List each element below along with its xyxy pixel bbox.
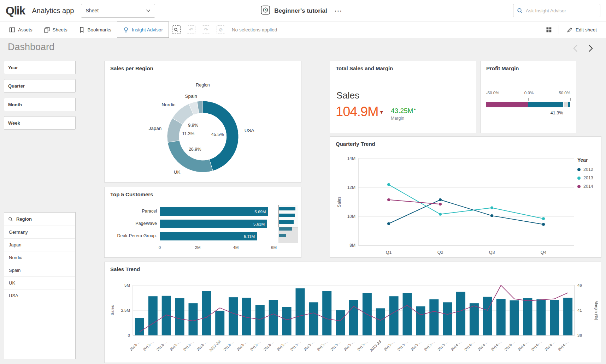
gauge-tick-label: 50.0% [559,91,570,95]
chart-top-5-customers[interactable]: Top 5 Customers 02M4M6MParacel5.69MPageW… [104,187,301,258]
bar-value-label: 5.69M [254,210,268,214]
next-sheet-button[interactable] [586,44,595,53]
search-input[interactable] [526,8,596,13]
chart-minimap[interactable] [278,205,298,243]
data-point[interactable] [542,217,545,220]
app-objects-button[interactable] [542,22,557,38]
sheet-selector-dropdown[interactable]: Sheet [81,4,155,18]
sales-bar[interactable] [496,299,506,335]
more-options-button[interactable]: ⋯ [331,6,346,16]
sales-bar[interactable] [296,288,305,336]
insight-advisor-button[interactable]: Insight Advisor [117,22,169,38]
sales-bar[interactable] [416,306,425,335]
donut-slice-uk[interactable] [167,141,213,172]
bar-pagewave[interactable]: 5.63M [160,220,267,228]
line-series-2014[interactable] [389,200,440,204]
smart-search-button[interactable] [169,22,184,38]
insight-advisor-search[interactable] [513,4,600,17]
sheet-clock-icon[interactable] [260,5,270,16]
data-point[interactable] [387,222,390,225]
chart-sales-trend[interactable]: Sales Trend 0362.5M415M46SalesMargin (%)… [104,262,601,363]
legend-item-2014[interactable]: 2014 [577,184,593,189]
clear-selections-button[interactable]: ⊘ [213,22,228,38]
previous-sheet-button[interactable] [571,44,580,53]
kpi-total-sales-and-margin[interactable]: Total Sales and Margin Sales 104.9M▾ 43.… [330,61,476,133]
bar-paracel[interactable]: 5.69M [160,207,268,216]
minimap-viewport[interactable] [278,205,298,227]
chart-sales-per-region[interactable]: Sales per Region 45.5%USA26.9%UK11.3%Jap… [104,61,301,183]
sales-bar[interactable] [148,296,158,335]
chart-quarterly-trend[interactable]: Quarterly Trend 8M10M12M14MSalesQ1Q2Q3Q4… [330,136,601,258]
sales-bar[interactable] [215,311,224,335]
sales-bar[interactable] [510,300,519,335]
sales-bar[interactable] [282,307,292,335]
region-listbox-header[interactable]: Region [4,213,75,226]
slice-percent-label: 26.9% [189,147,201,152]
sales-bar[interactable] [202,291,211,335]
sales-bar[interactable] [189,303,198,335]
data-point[interactable] [439,213,442,216]
sales-bar[interactable] [309,302,318,335]
sheet-toolbar: Assets Sheets Bookmarks Insight Advisor … [0,22,606,38]
sales-bar[interactable] [470,303,479,335]
x-tick-label: 2014-… [463,339,476,352]
step-forward-button[interactable]: ↷ [199,22,213,38]
filter-month[interactable]: Month [4,98,76,111]
sales-bar[interactable] [336,310,345,335]
filter-week[interactable]: Week [4,116,76,130]
sales-bar[interactable] [229,297,238,335]
assets-button[interactable]: Assets [4,22,38,38]
sales-bar[interactable] [523,298,532,335]
sales-bar[interactable] [269,300,278,335]
sales-bar[interactable] [376,308,385,335]
data-point[interactable] [542,223,545,226]
sales-bar[interactable] [322,291,331,335]
data-point[interactable] [439,203,442,205]
axis-tick-label: 0 [159,245,161,250]
data-point[interactable] [387,198,390,201]
data-point[interactable] [490,214,493,217]
sales-bar[interactable] [443,302,452,335]
chart-title: Sales Trend [110,266,140,272]
sales-bar[interactable] [135,318,144,335]
filter-quarter[interactable]: Quarter [4,79,76,93]
sales-bar[interactable] [483,297,492,335]
x-tick-label: 2014-… [517,339,529,352]
sales-bar[interactable] [349,300,358,335]
sheet-canvas: Dashboard Year Quarter Month Week Region… [0,38,606,364]
sales-bar[interactable] [563,298,572,336]
edit-sheet-button[interactable]: Edit sheet [561,22,602,38]
legend-item-2013[interactable]: 2013 [577,175,593,180]
region-option-nordic[interactable]: Nordic [4,251,75,264]
sales-bar[interactable] [456,292,465,336]
gauge-axis-labels: -50.0%0.0%50.0% [486,91,570,95]
chart-title: Top 5 Customers [110,191,153,197]
region-option-spain[interactable]: Spain [4,264,75,277]
data-point[interactable] [490,206,493,209]
step-back-button[interactable]: ↶ [184,22,199,38]
data-point[interactable] [439,198,442,201]
axis-tick-label: 6M [271,245,277,250]
sales-bar[interactable] [175,298,184,335]
bar-deak-perera-group-[interactable]: 5.11M [160,232,257,240]
line-series-2012[interactable] [389,200,543,225]
sales-bar[interactable] [255,305,265,335]
filter-year[interactable]: Year [4,61,76,74]
minimap-shade [278,227,298,243]
sales-bar[interactable] [536,299,546,335]
sales-bar[interactable] [403,293,412,335]
sales-bar[interactable] [550,300,559,335]
region-option-uk[interactable]: UK [4,277,75,290]
qlik-logo[interactable]: Qlik [6,4,25,17]
region-option-germany[interactable]: Germany [4,226,75,239]
region-option-usa[interactable]: USA [4,290,75,302]
sheets-button[interactable]: Sheets [38,22,73,38]
legend-item-2012[interactable]: 2012 [577,167,593,172]
slice-percent-label: 11.3% [182,131,195,136]
sales-bar[interactable] [389,296,399,335]
gauge-profit-margin[interactable]: Profit Margin -50.0%0.0%50.0%41.3% [480,61,576,133]
bookmarks-button[interactable]: Bookmarks [73,22,117,38]
sales-bar[interactable] [429,299,439,335]
data-point[interactable] [387,183,390,186]
region-option-japan[interactable]: Japan [4,239,75,251]
